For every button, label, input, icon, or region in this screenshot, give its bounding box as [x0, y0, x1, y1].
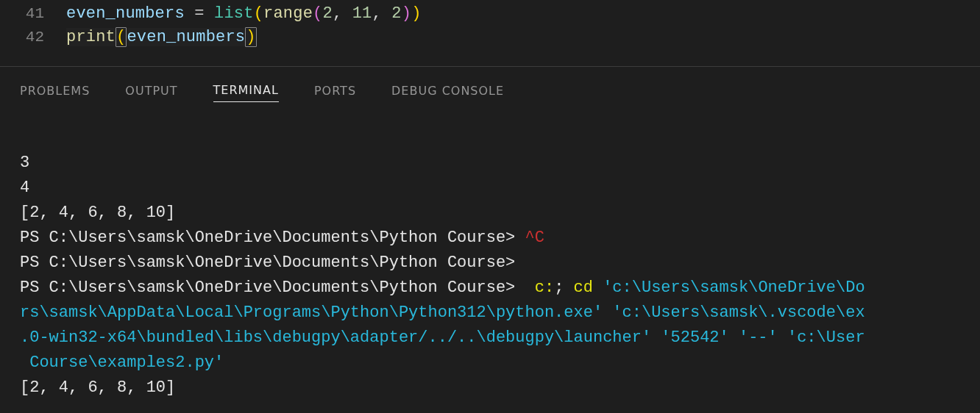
- terminal-path: rs\samsk\AppData\Local\Programs\Python\P…: [20, 304, 865, 322]
- terminal-line: [2, 4, 6, 8, 10]: [20, 378, 175, 397]
- tab-problems[interactable]: PROBLEMS: [20, 84, 90, 102]
- terminal-path: Course\examples2.py': [20, 353, 224, 372]
- paren-open: (: [313, 4, 322, 23]
- call-token: range: [263, 4, 313, 23]
- terminal-line: [2, 4, 6, 8, 10]: [20, 204, 175, 222]
- terminal-line: 3: [20, 154, 29, 172]
- number-token: 2: [322, 4, 332, 23]
- variable-token: even_numbers: [127, 28, 245, 46]
- terminal-text: ;: [554, 279, 573, 297]
- terminal-cmd: cd: [574, 279, 593, 297]
- terminal-cmd: c:: [535, 279, 554, 297]
- line-number: 42: [0, 29, 66, 46]
- number-token: 11: [352, 4, 372, 23]
- paren-close: ): [411, 4, 421, 23]
- terminal-interrupt: ^C: [525, 229, 544, 247]
- paren-close-matched: ): [245, 27, 256, 47]
- comma-token: ,: [333, 4, 352, 23]
- terminal-text: [593, 279, 603, 297]
- code-content[interactable]: print(even_numbers): [66, 28, 257, 46]
- paren-close: ): [402, 4, 411, 23]
- paren-open-matched: (: [116, 27, 127, 47]
- terminal-prompt: PS C:\Users\samsk\OneDrive\Documents\Pyt…: [20, 279, 535, 297]
- line-number: 41: [0, 5, 66, 22]
- tab-terminal[interactable]: TERMINAL: [213, 83, 279, 102]
- tab-ports[interactable]: PORTS: [314, 84, 356, 102]
- comma-token: ,: [372, 4, 392, 23]
- tab-debug-console[interactable]: DEBUG CONSOLE: [391, 84, 504, 102]
- terminal-line: 4: [20, 179, 29, 197]
- terminal-prompt: PS C:\Users\samsk\OneDrive\Documents\Pyt…: [20, 229, 525, 247]
- code-content[interactable]: even_numbers = list(range(2, 11, 2)): [66, 4, 422, 23]
- terminal-path: 'c:\Users\samsk\OneDrive\Do: [603, 279, 864, 297]
- code-editor[interactable]: 41 even_numbers = list(range(2, 11, 2)) …: [0, 0, 980, 49]
- call-token: list: [214, 4, 254, 23]
- code-line-41[interactable]: 41 even_numbers = list(range(2, 11, 2)): [0, 1, 980, 25]
- code-line-42[interactable]: 42 print(even_numbers): [0, 25, 980, 49]
- call-token: print: [66, 28, 116, 46]
- tab-output[interactable]: OUTPUT: [125, 84, 177, 102]
- paren-open: (: [254, 4, 263, 23]
- panel-tab-bar: PROBLEMS OUTPUT TERMINAL PORTS DEBUG CON…: [0, 67, 980, 112]
- operator-token: =: [185, 4, 214, 23]
- number-token: 2: [391, 4, 401, 23]
- terminal-view[interactable]: 3 4 [2, 4, 6, 8, 10] PS C:\Users\samsk\O…: [0, 112, 980, 401]
- terminal-path: .0-win32-x64\bundled\libs\debugpy\adapte…: [20, 328, 865, 347]
- terminal-prompt: PS C:\Users\samsk\OneDrive\Documents\Pyt…: [20, 254, 525, 272]
- variable-token: even_numbers: [66, 4, 185, 23]
